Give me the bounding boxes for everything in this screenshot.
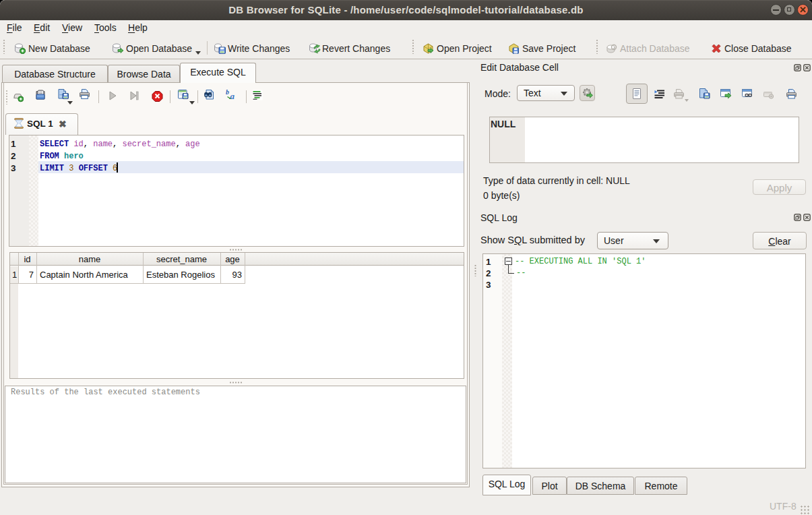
svg-text:a: a — [230, 91, 235, 100]
svg-text:b: b — [226, 88, 229, 96]
